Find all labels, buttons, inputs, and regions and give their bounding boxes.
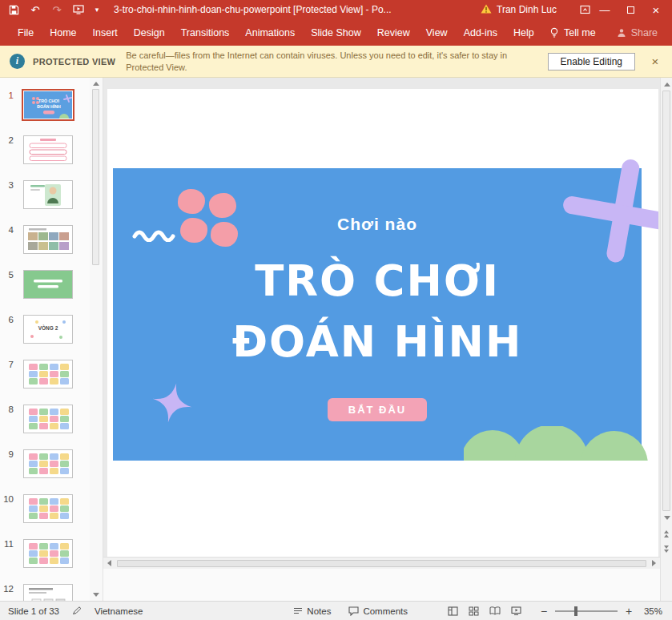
spell-check-icon[interactable]: [72, 606, 82, 617]
slide-title-line1[interactable]: TRÒ CHƠI: [113, 256, 642, 305]
ribbon-tab-transitions[interactable]: Transitions: [173, 19, 238, 46]
slide-6-thumbnail[interactable]: VÒNG 2: [23, 315, 73, 344]
zoom-out-button[interactable]: −: [539, 605, 549, 618]
slide-11-thumbnail[interactable]: [23, 539, 73, 568]
start-button-shape[interactable]: BẮT ĐẦU: [328, 398, 427, 421]
reading-view-icon[interactable]: [489, 606, 501, 615]
slide-12-thumbnail[interactable]: [23, 584, 73, 601]
share-button[interactable]: Share: [617, 27, 658, 38]
language-indicator[interactable]: Vietnamese: [95, 606, 143, 616]
ribbon-tab-home[interactable]: Home: [42, 19, 84, 46]
thumbnail-row: 8: [0, 405, 90, 433]
slide-number: 4: [0, 225, 18, 236]
ribbon-tab-view[interactable]: View: [418, 19, 456, 46]
ribbon-tab-slideshow[interactable]: Slide Show: [303, 19, 369, 46]
slide-number: 10: [0, 494, 18, 505]
horizontal-scrollbar[interactable]: [103, 557, 660, 569]
slide-1-thumbnail[interactable]: TRÒ CHƠI ĐOÁN HÌNH: [23, 91, 73, 119]
enable-editing-button[interactable]: Enable Editing: [548, 53, 635, 70]
thumbnail-scrollbar[interactable]: [90, 78, 103, 601]
start-slideshow-icon[interactable]: [71, 2, 86, 17]
svg-text:VÒNG 2: VÒNG 2: [38, 324, 58, 331]
svg-text:ĐOÁN HÌNH: ĐOÁN HÌNH: [37, 103, 61, 109]
thumbnail-scroll-down-icon[interactable]: [93, 593, 99, 597]
vertical-scrollbar-thumb[interactable]: [662, 91, 670, 511]
ribbon-tab-review[interactable]: Review: [369, 19, 418, 46]
zoom-slider[interactable]: [555, 610, 618, 612]
info-icon: i: [10, 54, 25, 69]
thumbnail-row: 1 TRÒ CHƠI ĐOÁN HÌNH: [0, 91, 90, 119]
slide-9-thumbnail[interactable]: [23, 449, 73, 478]
slide-3-thumbnail[interactable]: [23, 180, 73, 209]
slide-10-thumbnail[interactable]: [23, 494, 73, 523]
scroll-right-icon[interactable]: [652, 560, 656, 566]
slide-5-thumbnail[interactable]: [23, 270, 73, 299]
undo-icon[interactable]: ↶: [28, 2, 42, 17]
close-button[interactable]: ×: [643, 0, 669, 19]
maximize-button[interactable]: [618, 0, 643, 19]
scroll-left-icon[interactable]: [107, 560, 111, 566]
titlebar: ↶ ↷ ▾ 3-tro-choi-nhin-hinh-doan-chu-powe…: [0, 0, 672, 19]
slide-number: 2: [0, 135, 18, 146]
scroll-down-icon[interactable]: [664, 516, 670, 520]
next-slide-button[interactable]: [664, 546, 669, 553]
thumbnail-row: 4: [0, 225, 90, 254]
vertical-scrollbar[interactable]: [660, 78, 672, 601]
redo-icon[interactable]: ↷: [50, 2, 64, 17]
slide-background[interactable]: Chơi nào TRÒ CHƠI ĐOÁN HÌNH BẮT ĐẦU: [113, 168, 642, 461]
slide-editing-area: Chơi nào TRÒ CHƠI ĐOÁN HÌNH BẮT ĐẦU: [103, 78, 660, 601]
slide-9-preview: [24, 450, 72, 477]
thumbnail-row: 11: [0, 539, 90, 568]
tell-me-label: Tell me: [564, 27, 596, 38]
slide-subtitle-text[interactable]: Chơi nào: [113, 215, 642, 234]
slide-sorter-view-icon[interactable]: [469, 606, 479, 616]
slide-number: 6: [0, 315, 18, 325]
slide-title-line2[interactable]: ĐOÁN HÌNH: [113, 317, 642, 366]
comments-button[interactable]: Comments: [348, 606, 408, 616]
slide-number: 9: [0, 449, 18, 460]
slide-number: 12: [0, 584, 18, 594]
quick-access-toolbar: ↶ ↷ ▾: [0, 2, 101, 17]
zoom-slider-thumb[interactable]: [574, 606, 577, 616]
ribbon-display-options-icon[interactable]: [577, 2, 592, 17]
zoom-in-button[interactable]: +: [624, 605, 634, 618]
pink-blob-decoration: [178, 189, 205, 214]
slide-5-preview: [24, 271, 72, 298]
thumbnail-row: 5: [0, 270, 90, 299]
horizontal-scrollbar-thumb[interactable]: [117, 560, 646, 567]
thumbnail-scrollbar-thumb[interactable]: [92, 89, 99, 265]
slide-11-preview: [24, 540, 72, 567]
notes-label: Notes: [307, 606, 331, 616]
previous-slide-button[interactable]: [664, 530, 669, 537]
slide-7-thumbnail[interactable]: [23, 360, 73, 389]
slideshow-view-icon[interactable]: [511, 606, 521, 615]
thumbnail-row: 7: [0, 360, 90, 389]
normal-view-icon[interactable]: [448, 606, 458, 616]
ribbon-tab-insert[interactable]: Insert: [85, 19, 126, 46]
slide-8-thumbnail[interactable]: [23, 405, 73, 433]
slide-4-thumbnail[interactable]: [23, 225, 73, 254]
protected-view-close-icon[interactable]: ×: [648, 54, 662, 68]
notes-icon: [293, 607, 303, 615]
comments-icon: [348, 606, 359, 616]
zoom-percentage[interactable]: 35%: [640, 606, 662, 616]
tell-me-button[interactable]: Tell me: [549, 27, 596, 38]
notes-button[interactable]: Notes: [293, 606, 331, 616]
thumbnail-scroll-up-icon[interactable]: [93, 82, 99, 86]
slide-indicator: Slide 1 of 33: [8, 606, 59, 616]
ribbon-tab-file[interactable]: File: [10, 19, 42, 46]
ribbon-tab-design[interactable]: Design: [126, 19, 173, 46]
ribbon-tab-addins[interactable]: Add-ins: [456, 19, 505, 46]
save-icon[interactable]: [6, 2, 21, 17]
ribbon-tab-help[interactable]: Help: [505, 19, 542, 46]
ribbon-tab-animations[interactable]: Animations: [237, 19, 303, 46]
slide-2-thumbnail[interactable]: [23, 135, 73, 164]
minimize-button[interactable]: —: [592, 0, 618, 19]
svg-text:TRÒ CHƠI: TRÒ CHƠI: [38, 98, 59, 103]
qat-customize-dropdown-icon[interactable]: ▾: [93, 2, 101, 17]
thumbnail-row: 12: [0, 584, 90, 601]
account-info[interactable]: Tran Dinh Luc: [481, 4, 557, 16]
scroll-up-icon[interactable]: [664, 83, 670, 87]
thumbnail-row: 2: [0, 135, 90, 164]
workspace: 1 TRÒ CHƠI ĐOÁN HÌNH 2: [0, 78, 672, 601]
